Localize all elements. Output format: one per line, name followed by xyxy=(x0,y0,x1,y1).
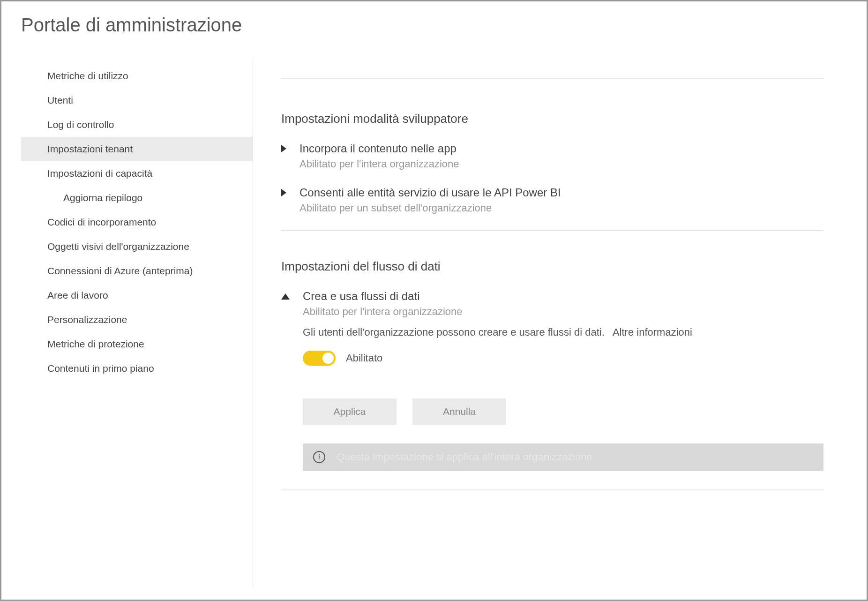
cancel-button[interactable]: Annulla xyxy=(412,398,506,425)
caret-right-icon xyxy=(281,189,286,196)
sidebar-item[interactable]: Aree di lavoro xyxy=(21,283,253,308)
setting-description-text: Gli utenti dell'organizzazione possono c… xyxy=(303,326,605,338)
toggle-label: Abilitato xyxy=(346,352,382,364)
setting-title: Incorpora il contenuto nelle app xyxy=(299,142,823,155)
setting-subtitle: Abilitato per un subset dell'organizzazi… xyxy=(299,202,823,214)
sidebar-item[interactable]: Impostazioni tenant xyxy=(21,137,253,161)
sidebar-item[interactable]: Aggiorna riepilogo xyxy=(21,186,253,210)
enabled-toggle[interactable] xyxy=(303,351,336,366)
info-banner-text: Questa impostazione si applica all'inter… xyxy=(337,451,592,463)
caret-up-icon xyxy=(281,293,290,300)
sidebar-item[interactable]: Oggetti visivi dell'organizzazione xyxy=(21,234,253,259)
learn-more-link[interactable]: Altre informazioni xyxy=(613,326,692,338)
info-banner: i Questa impostazione si applica all'int… xyxy=(303,443,823,471)
setting-create-dataflows[interactable]: Crea e usa flussi di dati Abilitato per … xyxy=(281,290,823,471)
info-icon: i xyxy=(313,451,325,463)
sidebar-item[interactable]: Codici di incorporamento xyxy=(21,210,253,234)
sidebar-item[interactable]: Contenuti in primo piano xyxy=(21,356,253,381)
toggle-knob xyxy=(322,353,334,364)
setting-title: Consenti alle entità servizio di usare l… xyxy=(299,186,823,199)
sidebar-item[interactable]: Personalizzazione xyxy=(21,308,253,332)
sidebar-item[interactable]: Utenti xyxy=(21,88,253,113)
setting-title: Crea e usa flussi di dati xyxy=(303,290,823,303)
divider xyxy=(281,489,823,490)
setting-description: Gli utenti dell'organizzazione possono c… xyxy=(303,326,823,338)
setting-service-principals[interactable]: Consenti alle entità servizio di usare l… xyxy=(281,186,823,214)
sidebar-item[interactable]: Impostazioni di capacità xyxy=(21,161,253,186)
sidebar-item[interactable]: Connessioni di Azure (anteprima) xyxy=(21,259,253,283)
sidebar-item[interactable]: Metriche di protezione xyxy=(21,332,253,356)
sidebar-item[interactable]: Log di controllo xyxy=(21,113,253,137)
caret-right-icon xyxy=(281,145,286,152)
main-content: Impostazioni modalità sviluppatore Incor… xyxy=(253,59,847,586)
setting-subtitle: Abilitato per l'intera organizzazione xyxy=(303,306,823,318)
divider xyxy=(281,78,823,79)
apply-button[interactable]: Applica xyxy=(303,398,397,425)
sidebar-item[interactable]: Metriche di utilizzo xyxy=(21,64,253,88)
sidebar: Metriche di utilizzoUtentiLog di control… xyxy=(21,59,253,586)
developer-settings-heading: Impostazioni modalità sviluppatore xyxy=(281,112,823,126)
page-title: Portale di amministrazione xyxy=(21,15,847,36)
setting-subtitle: Abilitato per l'intera organizzazione xyxy=(299,158,823,170)
setting-embed-content[interactable]: Incorpora il contenuto nelle app Abilita… xyxy=(281,142,823,170)
divider xyxy=(281,230,823,231)
dataflow-settings-heading: Impostazioni del flusso di dati xyxy=(281,259,823,274)
